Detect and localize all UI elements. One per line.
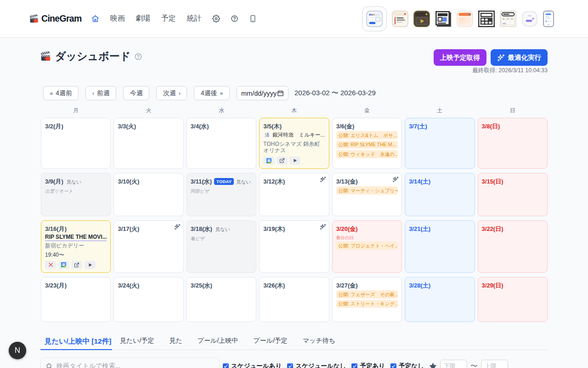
svg-text:31: 31: [268, 160, 270, 162]
svg-text:31: 31: [62, 264, 65, 266]
